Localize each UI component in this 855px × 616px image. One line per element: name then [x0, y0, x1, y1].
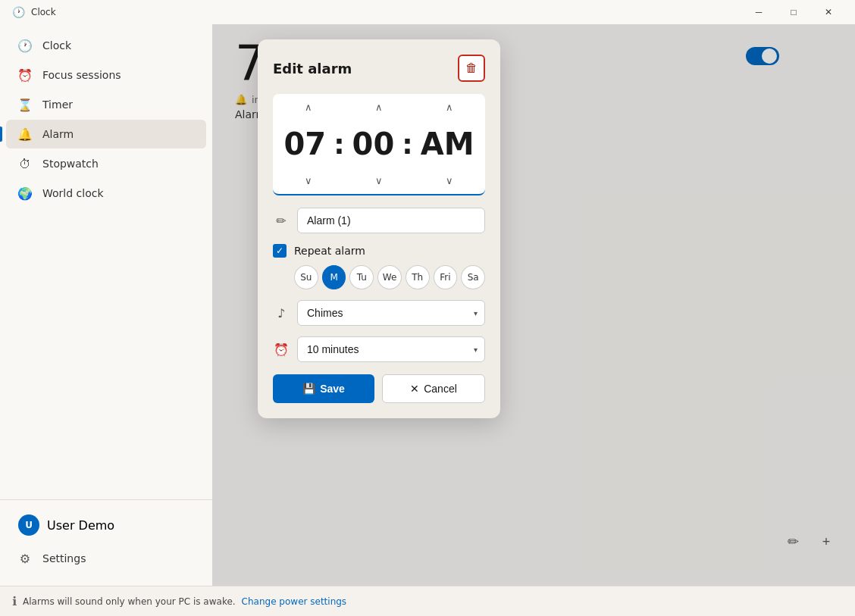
time-arrows-bottom: ∨ ∨ ∨: [273, 167, 485, 194]
modal-header: Edit alarm 🗑: [273, 55, 485, 82]
sidebar-item-focus[interactable]: ⏰ Focus sessions: [6, 61, 206, 89]
sidebar-item-timer[interactable]: ⌛ Timer: [6, 90, 206, 119]
modal-title: Edit alarm: [273, 61, 352, 77]
clock-icon: 🕐: [18, 39, 32, 52]
day-fri[interactable]: Fri: [434, 265, 458, 289]
status-message: Alarms will sound only when your PC is a…: [23, 596, 236, 607]
music-icon: ♪: [273, 305, 290, 321]
restore-button[interactable]: □: [776, 0, 811, 24]
alarm-name-row: ✏: [273, 208, 485, 233]
sidebar-user[interactable]: U User Demo: [6, 507, 206, 543]
sidebar-label-timer: Timer: [42, 98, 73, 111]
time-display: 07 : 00 : AM: [273, 120, 485, 167]
day-selector: Su M Tu We Th Fri Sa: [273, 265, 485, 289]
app-title: Clock: [31, 7, 56, 17]
snooze-select-wrapper: 5 minutes 10 minutes 15 minutes 20 minut…: [297, 336, 485, 362]
time-picker: ∧ ∧ ∧ 07 : 00 : AM ∨ ∨: [273, 94, 485, 195]
sidebar-label-focus: Focus sessions: [42, 69, 121, 81]
time-minute[interactable]: 00: [342, 127, 406, 161]
modal-footer: 💾 Save ✕ Cancel: [273, 374, 485, 403]
edit-alarm-modal: Edit alarm 🗑 ∧ ∧ ∧ 07: [258, 39, 500, 418]
stopwatch-icon: ⏱: [18, 157, 32, 170]
day-we[interactable]: We: [377, 265, 402, 289]
info-icon: ℹ: [12, 594, 17, 608]
snooze-select[interactable]: 5 minutes 10 minutes 15 minutes 20 minut…: [297, 336, 485, 362]
worldclock-icon: 🌍: [18, 186, 32, 200]
time-ampm[interactable]: AM: [410, 127, 485, 161]
sidebar: 🕐 Clock ⏰ Focus sessions ⌛ Timer 🔔 Alarm…: [0, 24, 212, 586]
minute-up-button[interactable]: ∧: [343, 98, 414, 116]
snooze-icon: ⏰: [273, 341, 290, 358]
title-bar: 🕐 Clock ─ □ ✕: [0, 0, 855, 24]
title-bar-controls: ─ □ ✕: [741, 0, 846, 24]
day-m[interactable]: M: [322, 265, 346, 289]
app-window: 🕐 Clock ─ □ ✕ 🕐 Clock ⏰ Focus sessions: [0, 0, 855, 616]
minute-down-button[interactable]: ∨: [343, 172, 414, 189]
change-power-settings-link[interactable]: Change power settings: [242, 596, 347, 607]
status-bar: ℹ Alarms will sound only when your PC is…: [0, 586, 855, 616]
ampm-down-button[interactable]: ∨: [415, 172, 485, 189]
sidebar-bottom: U User Demo ⚙ Settings: [0, 499, 212, 580]
main-layout: 🕐 Clock ⏰ Focus sessions ⌛ Timer 🔔 Alarm…: [0, 24, 855, 586]
sound-row: ♪ Chimes Alarm Bell Buzzer Digital ▾: [273, 300, 485, 326]
snooze-row: ⏰ 5 minutes 10 minutes 15 minutes 20 min…: [273, 336, 485, 362]
hour-up-button[interactable]: ∧: [273, 98, 343, 116]
cancel-button[interactable]: ✕ Cancel: [382, 374, 485, 403]
cancel-x-icon: ✕: [410, 383, 419, 395]
sidebar-item-worldclock[interactable]: 🌍 World clock: [6, 179, 206, 208]
settings-icon: ⚙: [18, 552, 32, 565]
modal-overlay: Edit alarm 🗑 ∧ ∧ ∧ 07: [212, 24, 855, 586]
title-bar-left: 🕐 Clock: [12, 6, 56, 18]
edit-icon: ✏: [273, 212, 290, 229]
content-area: 7:00 AM 🔔 in 3 Alarm: [212, 24, 855, 586]
sidebar-label-worldclock: World clock: [42, 187, 104, 199]
day-sa[interactable]: Sa: [461, 265, 485, 289]
app-icon: 🕐: [12, 6, 25, 18]
sidebar-label-clock: Clock: [42, 39, 71, 52]
repeat-checkbox[interactable]: ✓: [273, 244, 287, 258]
close-button[interactable]: ✕: [811, 0, 846, 24]
timer-icon: ⌛: [18, 98, 32, 111]
repeat-label: Repeat alarm: [294, 245, 365, 257]
sidebar-nav: 🕐 Clock ⏰ Focus sessions ⌛ Timer 🔔 Alarm…: [0, 30, 212, 499]
alarm-name-input[interactable]: [297, 208, 485, 233]
sidebar-label-settings: Settings: [42, 552, 86, 564]
minimize-button[interactable]: ─: [741, 0, 776, 24]
cancel-label: Cancel: [424, 383, 457, 395]
repeat-alarm-row: ✓ Repeat alarm: [273, 244, 485, 258]
sidebar-item-clock[interactable]: 🕐 Clock: [6, 31, 206, 60]
sidebar-item-settings[interactable]: ⚙ Settings: [6, 544, 206, 573]
sidebar-label-stopwatch: Stopwatch: [42, 158, 99, 170]
ampm-up-button[interactable]: ∧: [415, 98, 485, 116]
save-icon: 💾: [302, 383, 315, 395]
save-button[interactable]: 💾 Save: [273, 374, 374, 403]
sidebar-item-stopwatch[interactable]: ⏱ Stopwatch: [6, 149, 206, 178]
time-arrows-top: ∧ ∧ ∧: [273, 94, 485, 120]
user-label: User Demo: [47, 518, 114, 533]
day-su[interactable]: Su: [294, 265, 318, 289]
hour-down-button[interactable]: ∨: [273, 172, 343, 189]
day-tu[interactable]: Tu: [349, 265, 374, 289]
trash-icon: 🗑: [465, 61, 478, 75]
checkmark-icon: ✓: [276, 245, 283, 256]
delete-alarm-button[interactable]: 🗑: [458, 55, 485, 82]
focus-icon: ⏰: [18, 68, 32, 82]
time-hour[interactable]: 07: [274, 127, 337, 161]
sound-select-wrapper: Chimes Alarm Bell Buzzer Digital ▾: [297, 300, 485, 326]
save-label: Save: [320, 383, 345, 395]
sound-select[interactable]: Chimes Alarm Bell Buzzer Digital: [297, 300, 485, 326]
day-th[interactable]: Th: [406, 265, 430, 289]
sidebar-label-alarm: Alarm: [42, 128, 74, 140]
alarm-icon: 🔔: [18, 127, 32, 141]
avatar: U: [18, 514, 39, 536]
sidebar-item-alarm[interactable]: 🔔 Alarm: [6, 120, 206, 149]
